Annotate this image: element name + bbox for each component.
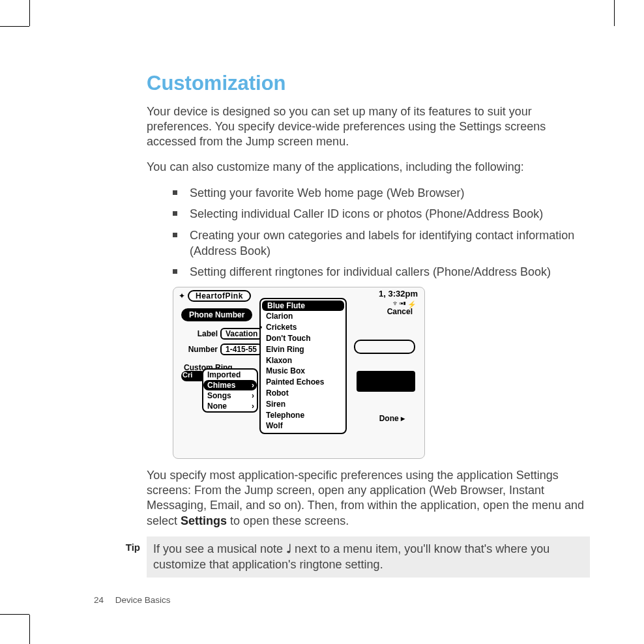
device-screenshot: ✦ HeartofPink 1, 3:32pm ᯤ▫▪▮ ⚡ Phone Num… <box>173 287 425 459</box>
crop-mark <box>0 26 29 27</box>
window-title: HeartofPink <box>188 290 251 302</box>
menu-item: Imported <box>203 370 257 380</box>
list-item: Setting your favorite Web home page (Web… <box>173 185 590 201</box>
page-heading: Customization <box>147 72 590 95</box>
crop-mark <box>29 0 30 26</box>
ringtone-item: Wolf <box>261 420 345 432</box>
ringtone-item: Don't Touch <box>261 333 345 344</box>
section-tab: Phone Number <box>181 308 252 321</box>
ringtone-item: Music Box <box>261 366 345 377</box>
crop-mark <box>29 615 30 644</box>
ringtone-item: Klaxon <box>261 355 345 366</box>
ringtone-item-selected: Blue Flute <box>262 300 344 312</box>
ringtone-item: Telephone <box>261 410 345 421</box>
check-icon: ▸ <box>401 414 405 423</box>
cancel-label: Cancel <box>387 307 413 316</box>
number-value: 1-415-55 <box>220 344 262 355</box>
menu-item: Songs› <box>203 390 257 401</box>
chevron-right-icon: › <box>252 402 254 411</box>
lead-paragraph: You can also customize many of the appli… <box>147 160 590 175</box>
crop-mark <box>614 0 615 26</box>
ringtone-item: Painted Echoes <box>261 377 345 388</box>
crop-mark <box>0 614 29 615</box>
chevron-right-icon: › <box>252 381 254 390</box>
bullet-icon: • <box>259 322 262 333</box>
signal-icon: ᯤ▫▪▮ <box>392 299 406 307</box>
clock-label: 1, 3:32pm <box>379 289 418 299</box>
blank-field <box>354 340 415 354</box>
chevron-right-icon: › <box>252 391 254 400</box>
back-icon: ✦ <box>179 291 185 300</box>
menu-item: None› <box>203 401 257 411</box>
page-number: 24 <box>94 595 104 605</box>
black-bar <box>357 371 415 392</box>
list-item: Selecting individual Caller ID icons or … <box>173 206 590 222</box>
list-item: Creating your own categories and labels … <box>173 227 590 259</box>
list-item: Setting different ringtones for individu… <box>173 264 590 280</box>
tip-label: Tip <box>113 536 140 553</box>
label-caption: Label <box>181 329 218 338</box>
menu-item-selected: Chimes› <box>203 380 257 390</box>
ringtone-item: Clarion <box>261 311 345 322</box>
ringtone-item: Siren <box>261 399 345 410</box>
section-name: Device Basics <box>115 595 171 605</box>
after-paragraph: You specify most application-specific pr… <box>147 468 590 529</box>
page-footer: 24 Device Basics <box>94 595 171 605</box>
ringtone-item: •Crickets <box>261 322 345 333</box>
done-label: Done ▸ <box>379 414 405 423</box>
category-menu: Imported Chimes› Songs› None› <box>202 368 258 413</box>
tip-box: If you see a musical note ♩ next to a me… <box>147 536 590 578</box>
musical-note-icon: ♩ <box>286 542 291 557</box>
intro-paragraph: Your device is designed so you can set u… <box>147 104 590 149</box>
number-caption: Number <box>181 345 218 354</box>
ringtone-menu: Blue Flute Clarion •Crickets Don't Touch… <box>259 298 347 435</box>
customization-list: Setting your favorite Web home page (Web… <box>173 185 590 280</box>
label-value: Vacation <box>220 328 263 340</box>
ringtone-item: Robot <box>261 388 345 399</box>
ringtone-item: Elvin Ring <box>261 344 345 355</box>
